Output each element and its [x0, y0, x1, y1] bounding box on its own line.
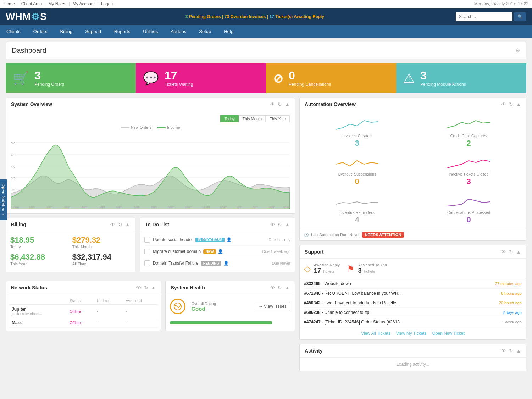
nav-reports[interactable]: Reports	[108, 25, 137, 38]
todo-checkbox-1[interactable]	[144, 249, 150, 254]
system-overview-panel: System Overview 👁 ↻ ▲ Today This Month T…	[6, 98, 295, 214]
legend-income: Income	[157, 125, 180, 129]
support-collapse-icon[interactable]: ▲	[516, 249, 521, 255]
billing-refresh-icon[interactable]: ↻	[118, 222, 122, 227]
automation-eye-icon[interactable]: 👁	[501, 101, 506, 107]
chart-btn-today[interactable]: Today	[220, 115, 238, 122]
refresh-icon[interactable]: ↻	[278, 101, 282, 107]
svg-text:2am: 2am	[46, 205, 52, 209]
topbar-my-account[interactable]: My Account	[73, 1, 95, 6]
diamond-icon: ◇	[304, 264, 310, 274]
auto-cancellations: Cancellations Processed 0	[416, 192, 522, 225]
topbar-home[interactable]: Home	[4, 1, 15, 6]
nav-addons[interactable]: Addons	[164, 25, 193, 38]
nav-orders[interactable]: Orders	[27, 25, 54, 38]
tickets-num: 17	[165, 70, 193, 81]
dashboard-gear-icon[interactable]: ⚙	[515, 47, 520, 54]
activity-collapse-icon[interactable]: ▲	[516, 348, 521, 354]
svg-text:4.0: 4.0	[11, 165, 15, 169]
chart-btn-year[interactable]: This Year	[266, 115, 290, 122]
topbar-logout[interactable]: Logout	[101, 1, 114, 6]
todo-checkbox-2[interactable]	[144, 260, 150, 266]
auto-cancel-chart	[416, 192, 522, 210]
network-title: Network Status	[11, 285, 47, 290]
svg-text:5am: 5am	[99, 205, 105, 209]
network-col-status: Status	[67, 297, 94, 305]
network-col-uptime: Uptime	[94, 297, 123, 305]
activity-body: Loading activity...	[300, 358, 526, 371]
stat-card-pending-orders[interactable]: 🛒 3 Pending Orders	[6, 63, 136, 93]
billing-this-year: $6,432.88 This Year	[10, 253, 69, 266]
todo-refresh-icon[interactable]: ↻	[278, 222, 282, 227]
svg-text:4am: 4am	[81, 205, 87, 209]
svg-text:4.5: 4.5	[11, 153, 15, 157]
col-right: Automation Overview 👁 ↻ ▲ Invoices Creat…	[299, 98, 526, 376]
nav-help[interactable]: Help	[217, 25, 240, 38]
todo-badge-2: PENDING	[201, 261, 222, 266]
billing-eye-icon[interactable]: 👁	[110, 222, 115, 227]
todo-checkbox-0[interactable]	[144, 237, 150, 243]
nav-support[interactable]: Support	[79, 25, 108, 38]
stat-card-module-actions[interactable]: ⚠ 3 Pending Module Actions	[396, 63, 526, 93]
module-actions-num: 3	[420, 70, 466, 81]
eye-icon[interactable]: 👁	[270, 101, 275, 107]
billing-all-time: $32,317.94 All Time	[72, 253, 131, 266]
sidebar-toggle[interactable]: Open Sidebar »	[0, 179, 7, 220]
todo-actions: 👁 ↻ ▲	[270, 222, 290, 227]
pending-orders-label: Pending Orders	[34, 82, 64, 87]
open-new-ticket-link[interactable]: Open New Ticket	[432, 331, 464, 336]
nav-billing[interactable]: Billing	[54, 25, 79, 38]
automation-footer: 🕐 Last Automation Run: Never NEEDS ATTEN…	[300, 229, 526, 240]
health-collapse-icon[interactable]: ▲	[285, 285, 290, 290]
network-eye-icon[interactable]: 👁	[136, 285, 141, 290]
automation-refresh-icon[interactable]: ↻	[509, 101, 513, 107]
search-input[interactable]	[456, 12, 512, 21]
main-nav: Clients Orders Billing Support Reports U…	[0, 25, 532, 38]
ticket-686238: #686238 - Unable to connect to ftp 2 day…	[304, 308, 522, 317]
topbar-my-notes[interactable]: My Notes	[48, 1, 66, 6]
view-issues-button[interactable]: → View Issues	[255, 302, 290, 311]
system-overview-body: Today This Month This Year New Orders In…	[6, 111, 295, 213]
search-button[interactable]: 🔍	[514, 12, 526, 21]
header-search: 🔍	[456, 12, 526, 21]
logo-gear-icon: ⚙	[31, 11, 39, 22]
support-refresh-icon[interactable]: ↻	[509, 249, 513, 255]
topbar-client-area[interactable]: Client Area	[21, 1, 42, 6]
sidebar-toggle-label: Open Sidebar »	[1, 183, 6, 216]
health-eye-icon[interactable]: 👁	[270, 285, 275, 290]
health-actions: 👁 ↻ ▲	[270, 285, 290, 290]
network-row-mars: Mars Offline - -	[9, 318, 158, 328]
activity-eye-icon[interactable]: 👁	[501, 348, 506, 354]
warning-icon: ⚠	[403, 71, 415, 86]
network-collapse-icon[interactable]: ▲	[151, 285, 156, 290]
nav-utilities[interactable]: Utilities	[137, 25, 164, 38]
stat-card-tickets[interactable]: 💬 17 Tickets Waiting	[136, 63, 266, 93]
billing-collapse-icon[interactable]: ▲	[125, 222, 130, 227]
chart-btn-month[interactable]: This Month	[239, 115, 266, 122]
ticket-474247: #474247 - [Ticket ID: 224546] Order Stat…	[304, 317, 522, 327]
todo-item-0: Update social header IN PROGRESS 👤 Due i…	[144, 234, 290, 246]
support-title: Support	[305, 249, 324, 255]
svg-text:5.0: 5.0	[11, 142, 15, 145]
svg-text:3.5: 3.5	[11, 177, 15, 181]
network-body: Status Uptime Avg. load Jupiter jupiter.…	[6, 294, 161, 331]
system-overview-chart: 12am 1am 2am 3am 4am 5am 6am 7am 8am 9am…	[11, 131, 290, 209]
nav-clients[interactable]: Clients	[0, 25, 27, 38]
nav-setup[interactable]: Setup	[193, 25, 217, 38]
cancellations-label: Pending Cancellations	[289, 82, 331, 87]
network-refresh-icon[interactable]: ↻	[144, 285, 148, 290]
stat-card-cancellations[interactable]: ⊘ 0 Pending Cancellations	[266, 63, 396, 93]
collapse-icon[interactable]: ▲	[285, 101, 290, 107]
todo-eye-icon[interactable]: 👁	[270, 222, 275, 227]
activity-refresh-icon[interactable]: ↻	[509, 348, 513, 354]
health-refresh-icon[interactable]: ↻	[278, 285, 282, 290]
todo-collapse-icon[interactable]: ▲	[285, 222, 290, 227]
view-all-tickets-link[interactable]: View All Tickets	[361, 331, 390, 336]
legend-new-orders: New Orders	[121, 125, 152, 129]
billing-title: Billing	[11, 222, 26, 227]
view-my-tickets-link[interactable]: View My Tickets	[396, 331, 427, 336]
todo-title: To-Do List	[145, 222, 169, 227]
svg-text:8am: 8am	[151, 205, 157, 209]
support-eye-icon[interactable]: 👁	[501, 249, 506, 255]
automation-collapse-icon[interactable]: ▲	[516, 101, 521, 107]
